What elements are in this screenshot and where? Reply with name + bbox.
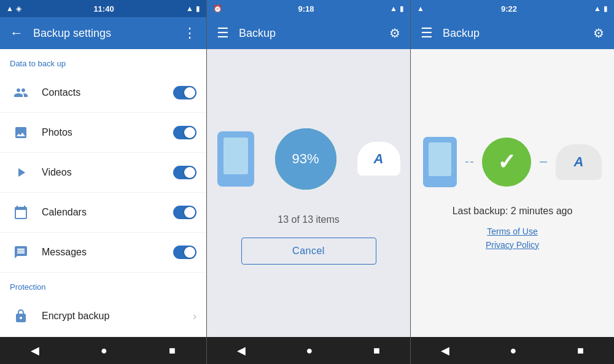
dashed-line-right-3	[540, 161, 548, 163]
check-mark-icon: ✓	[497, 151, 516, 173]
app-bar-1: ← Backup settings ⋮	[0, 17, 206, 49]
setting-row-messages[interactable]: Messages	[0, 233, 206, 273]
videos-icon	[14, 165, 28, 180]
status-icons-right-1: ▲ ▮	[186, 4, 200, 13]
time-2: 9:18	[298, 4, 314, 14]
videos-label: Videos	[42, 167, 173, 178]
videos-toggle[interactable]	[173, 166, 196, 179]
messages-icon	[14, 245, 28, 260]
encrypt-label: Encrypt backup	[42, 311, 193, 322]
calendars-icon-wrap	[10, 201, 32, 223]
more-options-button[interactable]: ⋮	[183, 25, 196, 41]
setting-row-videos[interactable]: Videos	[0, 153, 206, 193]
gear-button-3[interactable]: ⚙	[593, 26, 604, 41]
encrypt-chevron: ›	[193, 310, 196, 323]
nav-back-3[interactable]: ◀	[441, 344, 449, 357]
photos-label: Photos	[42, 127, 173, 138]
dropbox-icon: ◈	[16, 4, 21, 13]
signal-icon-1: ▲	[186, 4, 193, 13]
back-button[interactable]: ←	[10, 25, 23, 41]
setting-row-encrypt[interactable]: Encrypt backup ›	[0, 296, 206, 336]
status-icons-left-2: ⏰	[213, 4, 222, 13]
battery-icon-1: ▮	[196, 4, 200, 13]
gear-button-2[interactable]: ⚙	[389, 26, 400, 41]
setting-row-photos[interactable]: Photos	[0, 113, 206, 153]
status-icons-left-3: ▲	[417, 4, 424, 13]
calendars-toggle[interactable]	[173, 206, 196, 219]
items-count-label: 13 of 13 items	[278, 214, 340, 225]
status-icons-right-3: ▲ ▮	[594, 4, 608, 13]
settings-content: Data to back up Contacts Photos	[0, 49, 206, 337]
app-bar-title-3: Backup	[443, 27, 583, 40]
status-icons-left-1: ▲ ◈	[6, 4, 21, 13]
contacts-icon	[14, 85, 28, 100]
app-bar-2: ☰ Backup ⚙	[207, 17, 410, 49]
links-section: Terms of Use Privacy Policy	[486, 227, 539, 250]
nav-home-3[interactable]: ●	[510, 344, 517, 357]
nav-bar-3: ◀ ● ■	[411, 337, 614, 364]
menu-button-3[interactable]: ☰	[421, 25, 433, 41]
backup-complete-content: ✓ A Last backup: 2 minutes ago Terms of …	[411, 49, 614, 337]
calendars-label: Calendars	[42, 207, 173, 218]
encrypt-icon-wrap	[10, 305, 32, 327]
messages-toggle[interactable]	[173, 246, 196, 259]
status-bar-3: ▲ 9:22 ▲ ▮	[411, 0, 614, 17]
battery-icon-2: ▮	[400, 4, 404, 13]
cloud-icon-progress: A	[357, 142, 400, 176]
privacy-policy-link[interactable]: Privacy Policy	[486, 240, 539, 250]
setting-row-calendars[interactable]: Calendars	[0, 193, 206, 233]
nav-bar-1: ◀ ● ■	[0, 337, 206, 364]
terms-of-use-link[interactable]: Terms of Use	[487, 227, 537, 236]
time-1: 11:40	[93, 4, 114, 14]
photos-icon	[14, 125, 28, 140]
menu-button-2[interactable]: ☰	[217, 25, 229, 41]
alarm-icon: ⏰	[213, 4, 222, 13]
cloud-icon-complete: A	[556, 144, 602, 180]
messages-icon-wrap	[10, 241, 32, 263]
cloud-letter-complete: A	[574, 154, 584, 170]
photos-toggle[interactable]	[173, 126, 196, 139]
panel-backup-complete: ▲ 9:22 ▲ ▮ ☰ Backup ⚙ ✓ A Last backup:	[410, 0, 614, 364]
wifi-icon-1: ▲	[6, 4, 14, 13]
status-bar-1: ▲ ◈ 11:40 ▲ ▮	[0, 0, 206, 17]
nav-square-2[interactable]: ■	[373, 344, 380, 357]
cancel-button[interactable]: Cancel	[241, 238, 376, 265]
status-icons-right-2: ▲ ▮	[390, 4, 404, 13]
nav-back-2[interactable]: ◀	[237, 344, 246, 357]
progress-percent: 93%	[292, 151, 319, 167]
calendars-icon	[14, 205, 28, 220]
nav-home-1[interactable]: ●	[101, 344, 107, 357]
phone-icon-progress	[217, 131, 254, 187]
nav-square-1[interactable]: ■	[169, 344, 176, 357]
nav-bar-2: ◀ ● ■	[207, 337, 410, 364]
lock-icon	[14, 309, 28, 323]
app-bar-title-2: Backup	[239, 27, 379, 40]
nav-square-3[interactable]: ■	[577, 344, 584, 357]
backup-progress-content: 93% A 13 of 13 items Cancel	[207, 49, 410, 337]
messages-label: Messages	[42, 247, 173, 258]
section-header-protection: Protection	[0, 273, 206, 296]
contacts-label: Contacts	[42, 87, 173, 98]
panel-backup-settings: ▲ ◈ 11:40 ▲ ▮ ← Backup settings ⋮ Data t…	[0, 0, 206, 364]
nav-home-2[interactable]: ●	[306, 344, 313, 357]
backup-animation: 93% A	[219, 122, 398, 196]
signal-icon-2: ▲	[390, 4, 397, 13]
videos-icon-wrap	[10, 161, 32, 184]
panel-backup-progress: ⏰ 9:18 ▲ ▮ ☰ Backup ⚙ 93%	[206, 0, 410, 364]
photos-icon-wrap	[10, 122, 32, 144]
contacts-icon-wrap	[10, 82, 32, 104]
setting-row-contacts[interactable]: Contacts	[0, 73, 206, 113]
phone-icon-complete	[423, 137, 457, 187]
app-bar-3: ☰ Backup ⚙	[411, 17, 614, 49]
time-3: 9:22	[501, 4, 517, 14]
dashed-line-left-3	[465, 161, 473, 163]
nav-back-1[interactable]: ◀	[31, 344, 39, 357]
app-bar-title-1: Backup settings	[33, 27, 173, 40]
progress-inner-circle: 93%	[275, 128, 336, 190]
status-bar-2: ⏰ 9:18 ▲ ▮	[207, 0, 410, 17]
contacts-toggle[interactable]	[173, 86, 196, 99]
backup-done-animation: ✓ A	[423, 137, 602, 187]
check-circle-complete: ✓	[482, 137, 531, 187]
progress-circle: 93%	[269, 122, 343, 196]
last-backup-label: Last backup: 2 minutes ago	[453, 206, 573, 217]
